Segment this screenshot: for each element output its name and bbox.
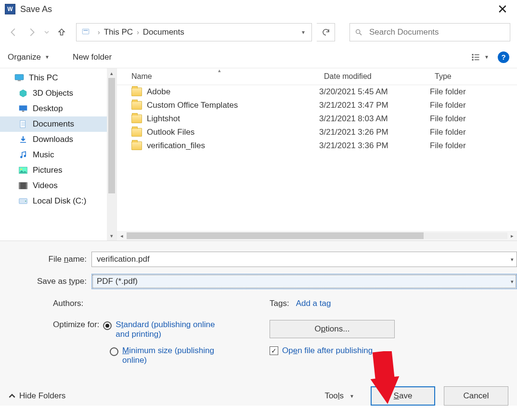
tags-label: Tags: — [270, 299, 289, 308]
sidebar-item-documents[interactable]: Documents — [0, 116, 116, 132]
scroll-down-icon[interactable]: ▾ — [110, 231, 113, 241]
breadcrumb-current[interactable]: Documents — [143, 27, 184, 37]
close-icon[interactable]: ✕ — [493, 2, 512, 17]
search-box[interactable] — [349, 23, 510, 41]
svg-rect-11 — [18, 80, 21, 81]
svg-rect-10 — [15, 75, 24, 80]
chevron-down-icon[interactable]: ▾ — [511, 279, 514, 285]
file-row[interactable]: Lightshot3/21/2021 8:03 AMFile folder — [117, 112, 517, 126]
file-name: Lightshot — [147, 114, 180, 124]
file-row[interactable]: Adobe3/20/2021 5:45 AMFile folder — [117, 85, 517, 99]
folder-icon — [131, 101, 142, 110]
help-button[interactable]: ? — [498, 51, 509, 63]
svg-rect-4 — [472, 54, 474, 55]
app-icon: W — [5, 4, 15, 14]
svg-rect-6 — [472, 59, 474, 60]
file-type: File folder — [430, 87, 466, 97]
open-after-label[interactable]: Open file after publishing — [282, 346, 373, 356]
column-date[interactable]: Date modified — [319, 68, 430, 85]
sidebar-item-downloads[interactable]: Downloads — [0, 132, 116, 147]
chevron-down-icon: ▼ — [349, 394, 354, 399]
folder-icon — [131, 128, 142, 137]
file-row[interactable]: Outlook Files3/21/2021 3:26 PMFile folde… — [117, 126, 517, 139]
svg-rect-9 — [475, 59, 479, 60]
organize-menu[interactable]: Organize▼ — [8, 52, 50, 62]
svg-rect-18 — [20, 142, 26, 143]
breadcrumb-root[interactable]: This PC — [104, 27, 133, 37]
sidebar-item-this-pc[interactable]: This PC — [0, 70, 116, 86]
optimize-minimum-label[interactable]: Minimum size (publishing online) — [122, 346, 233, 365]
svg-rect-1 — [84, 30, 88, 31]
file-type: File folder — [430, 101, 466, 110]
scroll-thumb[interactable] — [127, 232, 424, 239]
optimize-standard-label[interactable]: Standard (publishing online and printing… — [116, 320, 226, 339]
new-folder-button[interactable]: New folder — [73, 52, 112, 62]
options-button[interactable]: Options... — [270, 320, 395, 338]
refresh-button[interactable] — [317, 23, 335, 41]
savetype-value: PDF (*.pdf) — [97, 277, 138, 286]
open-after-checkbox[interactable]: ✓ — [270, 346, 278, 355]
authors-label: Authors: — [53, 299, 83, 308]
breadcrumb-dropdown-icon[interactable]: ▾ — [299, 29, 308, 36]
main-area: This PC3D ObjectsDesktopDocumentsDownloa… — [0, 68, 517, 241]
sidebar-scrollbar[interactable]: ▴ ▾ — [107, 68, 116, 241]
file-row[interactable]: Custom Office Templates3/21/2021 3:47 PM… — [117, 99, 517, 112]
scroll-up-icon[interactable]: ▴ — [110, 68, 113, 78]
sidebar-item-local-disk-c-[interactable]: Local Disk (C:) — [0, 193, 116, 209]
dialog-actions: Hide Folders Tools ▼ Save Cancel — [0, 366, 517, 406]
column-type[interactable]: Type — [430, 68, 457, 85]
sidebar-item-pictures[interactable]: Pictures — [0, 163, 116, 178]
optimize-minimum-radio[interactable] — [110, 347, 118, 356]
forward-button[interactable] — [25, 25, 39, 39]
view-options-button[interactable]: ▼ — [471, 53, 489, 62]
up-button[interactable] — [55, 25, 68, 39]
add-tag-link[interactable]: Add a tag — [296, 299, 331, 308]
column-headers: ▴ Name Date modified Type — [117, 68, 517, 85]
search-input[interactable] — [368, 27, 505, 38]
breadcrumb-sep-icon: › — [94, 28, 104, 36]
breadcrumb[interactable]: › This PC › Documents ▾ — [76, 23, 312, 41]
savetype-select[interactable]: PDF (*.pdf) ▾ — [91, 274, 517, 289]
filename-input[interactable]: verification.pdf ▾ — [91, 252, 517, 267]
tools-menu[interactable]: Tools ▼ — [324, 391, 354, 401]
sidebar-item-label: Videos — [33, 181, 58, 191]
save-button[interactable]: Save — [371, 386, 435, 406]
file-name: Outlook Files — [147, 127, 194, 137]
file-row[interactable]: verification_files3/21/2021 3:36 PMFile … — [117, 139, 517, 153]
sidebar-item-music[interactable]: Music — [0, 147, 116, 163]
sidebar-item-desktop[interactable]: Desktop — [0, 101, 116, 116]
sidebar-item-label: Pictures — [33, 165, 62, 175]
svg-line-3 — [360, 33, 362, 35]
sidebar-item-3d-objects[interactable]: 3D Objects — [0, 86, 116, 101]
folder-icon — [131, 88, 142, 96]
filename-value: verification.pdf — [97, 255, 150, 264]
scroll-thumb[interactable] — [108, 78, 115, 193]
sidebar-item-videos[interactable]: Videos — [0, 178, 116, 193]
chevron-down-icon: ▼ — [45, 54, 50, 60]
cancel-button[interactable]: Cancel — [444, 386, 508, 406]
sidebar-item-label: Documents — [33, 119, 74, 129]
svg-point-22 — [21, 168, 22, 170]
scroll-track[interactable] — [127, 232, 507, 239]
window-title: Save As — [20, 4, 493, 14]
recent-locations-dropdown[interactable] — [43, 25, 50, 39]
search-icon — [355, 28, 362, 36]
file-type: File folder — [430, 114, 466, 124]
horizontal-scrollbar[interactable]: ◂ ▸ — [117, 231, 517, 241]
file-date: 3/21/2021 3:47 PM — [319, 101, 430, 110]
svg-point-19 — [20, 156, 23, 158]
scroll-left-icon[interactable]: ◂ — [117, 233, 127, 239]
file-date: 3/21/2021 8:03 AM — [319, 114, 430, 124]
sidebar-item-label: This PC — [29, 73, 58, 83]
optimize-standard-radio[interactable] — [103, 321, 112, 330]
file-type: File folder — [430, 127, 466, 137]
videos-icon — [18, 181, 28, 190]
hide-folders-toggle[interactable]: Hide Folders — [9, 391, 65, 401]
file-name: Adobe — [147, 87, 170, 97]
svg-rect-14 — [20, 121, 26, 128]
scroll-right-icon[interactable]: ▸ — [507, 233, 517, 239]
svg-rect-7 — [475, 54, 479, 55]
chevron-down-icon[interactable]: ▾ — [511, 256, 514, 263]
chevron-down-icon: ▼ — [484, 54, 489, 60]
back-button[interactable] — [7, 25, 20, 39]
